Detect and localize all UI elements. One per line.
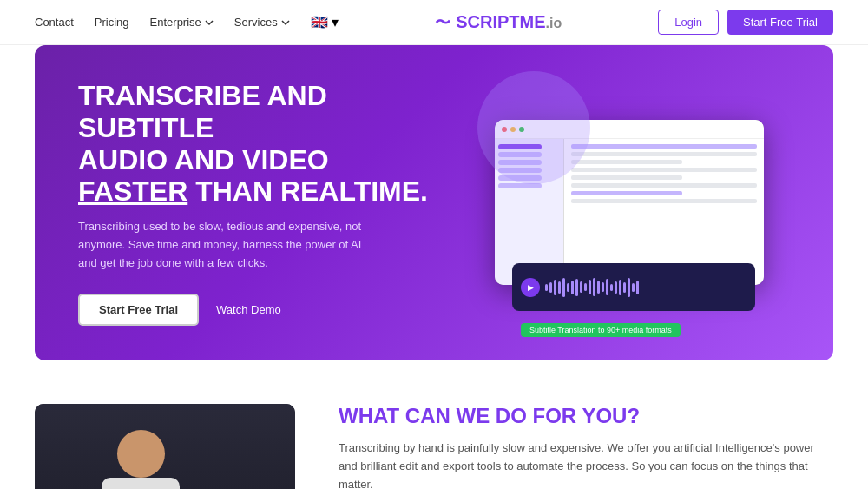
nav-services[interactable]: Services	[234, 16, 290, 29]
screen-content-row-5	[571, 175, 682, 180]
language-flag[interactable]: 🇬🇧 ▾	[311, 14, 339, 30]
nav-pricing[interactable]: Pricing	[95, 16, 129, 29]
screen-content-row-1	[571, 144, 757, 149]
navbar: Contact Pricing Enterprise Services 🇬🇧 ▾…	[0, 0, 868, 45]
login-button[interactable]: Login	[658, 10, 719, 35]
chevron-down-icon	[205, 18, 214, 27]
screen-content-row-7	[571, 191, 682, 195]
nav-actions: Login Start Free Trial	[658, 10, 833, 35]
what-description: Transcribing by hand is painfully slow a…	[339, 439, 833, 489]
start-free-trial-button[interactable]: Start Free Trial	[727, 10, 833, 35]
nav-contact[interactable]: Contact	[35, 16, 74, 29]
watch-demo-link[interactable]: Watch Demo	[216, 303, 281, 316]
sidebar-item-bar-6	[498, 183, 542, 188]
hero-section: TRANSCRIBE AND SUBTITLE AUDIO AND VIDEO …	[35, 45, 833, 360]
screen-content-row-4	[571, 168, 757, 172]
nav-links: Contact Pricing Enterprise Services 🇬🇧 ▾	[35, 14, 339, 30]
hero-text: TRANSCRIBE AND SUBTITLE AUDIO AND VIDEO …	[78, 80, 451, 326]
photo-bg: S	[35, 404, 295, 489]
what-content: WHAT CAN WE DO FOR YOU? Transcribing by …	[339, 404, 833, 489]
nav-enterprise[interactable]: Enterprise	[150, 16, 214, 29]
screen-content-row-3	[571, 160, 682, 164]
screen-content-row-8	[571, 199, 757, 203]
what-title: WHAT CAN WE DO FOR YOU?	[339, 404, 833, 428]
hero-description: Transcribing used to be slow, tedious an…	[78, 218, 382, 272]
screen-content-row-2	[571, 152, 757, 156]
person-head	[117, 430, 165, 478]
logo: 〜 SCRIPTME.io	[435, 12, 562, 33]
logo-text: SCRIPTME.io	[456, 12, 562, 32]
person-photo: S	[35, 404, 295, 489]
person-body	[80, 430, 201, 489]
what-section: S WHAT CAN WE DO FOR YOU? Transcribing b…	[0, 360, 868, 489]
feature-image: S	[35, 404, 295, 489]
logo-wave-icon: 〜	[435, 12, 450, 33]
person-torso	[102, 478, 180, 489]
translation-banner: Subtitle Translation to 90+ media format…	[521, 323, 681, 337]
play-button-icon: ▶	[521, 278, 540, 297]
hero-bg-decoration	[477, 71, 590, 184]
hero-start-trial-button[interactable]: Start Free Trial	[78, 294, 199, 326]
chevron-down-icon-2	[281, 18, 290, 27]
hero-title: TRANSCRIBE AND SUBTITLE AUDIO AND VIDEO …	[78, 80, 451, 208]
hero-buttons: Start Free Trial Watch Demo	[78, 294, 451, 326]
waveform-visualization	[545, 278, 746, 297]
audio-waveform-bar: ▶	[512, 263, 755, 311]
screen-content-row-6	[571, 183, 757, 188]
